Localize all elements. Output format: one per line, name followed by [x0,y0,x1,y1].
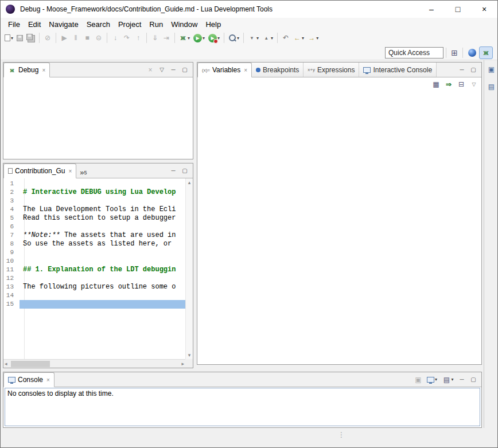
step-over-button[interactable]: ↷ [121,32,133,44]
terminate-button[interactable]: ■ [81,32,93,44]
disconnect-button[interactable]: ⊝ [93,32,104,44]
skip-breakpoints-button[interactable]: ⊘ [42,32,53,44]
show-logical-structures-icon[interactable]: ⇒ [445,80,453,89]
editor-line[interactable]: 3 [3,197,185,205]
close-icon[interactable]: × [244,67,247,73]
scroll-left-icon[interactable]: ◂ [3,360,9,368]
editor-line[interactable]: 9 [3,248,185,257]
debug-button[interactable]: ж ▾ [177,32,192,44]
editor-line[interactable]: 14 [3,291,185,300]
skip-breakpoints-icon: ⊘ [44,33,52,42]
scroll-up-icon[interactable]: ▴ [187,178,192,186]
layout-icon[interactable]: ▦ [432,80,440,89]
line-number: 15 [3,300,20,309]
editor-line[interactable]: 1 [3,180,185,188]
tab-breakpoints[interactable]: Breakpoints [252,63,304,77]
last-edit-location-button[interactable]: ↶ [280,32,291,44]
pin-console-button[interactable]: ▣ [413,374,424,385]
save-button[interactable] [15,32,25,44]
remove-terminated-button[interactable]: × [145,64,156,76]
run-glyph: ▶ [196,36,199,41]
chevron-down-icon: ▾ [451,377,453,382]
open-perspective-button[interactable]: ⊞ [449,46,460,59]
open-search-button[interactable]: ▾ [227,32,241,44]
editor-line[interactable]: 5Read this section to setup a debugger [3,214,185,223]
scroll-right-icon[interactable]: ▸ [180,360,185,368]
menu-help[interactable]: Help [201,19,225,30]
variables-minimize-button[interactable]: ─ [456,64,468,76]
menu-run[interactable]: Run [145,19,167,30]
editor-line[interactable]: 11## 1. Explanation of the LDT debuggin [3,266,185,274]
suspend-button[interactable]: ‖ [70,32,81,44]
external-tools-button[interactable]: ▶ ▾ [207,32,221,44]
menu-project[interactable]: Project [114,19,145,30]
debug-perspective-button[interactable]: ж [479,46,493,59]
console-maximize-button[interactable]: ▢ [468,374,479,385]
run-button[interactable]: ▶ ▾ [192,32,207,44]
window-minimize-button[interactable]: – [418,1,445,18]
close-icon[interactable]: × [42,67,45,73]
debug-minimize-button[interactable]: ─ [168,64,179,76]
save-all-button[interactable] [25,32,37,44]
tab-debug[interactable]: ж Debug × [3,63,50,77]
step-filters-button[interactable]: ⇥ [161,32,172,44]
forward-button[interactable]: → ▾ [306,32,320,44]
collapse-all-icon[interactable]: ⊟ [457,80,465,89]
window-maximize-button[interactable]: □ [445,1,471,18]
menu-file[interactable]: File [4,19,24,30]
editor-line[interactable]: 2# Interactive DEBUG using Lua Develop [3,188,185,197]
menu-edit[interactable]: Edit [24,19,45,30]
editor-line[interactable]: 12 [3,274,185,283]
variables-view-menu-icon[interactable]: ▽ [470,80,478,89]
expressions-icon: x+y [308,67,315,72]
debug-view-menu-button[interactable]: ▽ [156,64,168,76]
line-number: 12 [3,274,20,283]
editor-line[interactable]: 10 [3,257,185,266]
menu-navigate[interactable]: Navigate [45,19,82,30]
ldt-perspective-button[interactable] [465,47,479,59]
tab-console[interactable]: Console × [3,372,55,387]
tab-expressions[interactable]: x+y Expressions [304,63,359,77]
editor-tab-overflow-button[interactable]: » 5 [76,170,90,178]
resume-button[interactable]: ▶ [59,32,70,44]
line-text [20,197,185,205]
window-close-button[interactable]: × [471,1,497,18]
step-into-button[interactable]: ↓ [110,32,121,44]
tab-contribution-guide[interactable]: Contribution_Gu × [3,163,76,178]
back-button[interactable]: ← ▾ [291,32,306,44]
drop-to-frame-button[interactable]: ⇓ [149,32,161,44]
scroll-down-icon[interactable]: ▾ [187,351,192,359]
editor-line[interactable]: 13The following pictures outline some o [3,283,185,291]
editor-minimize-button[interactable]: ─ [168,165,179,177]
close-icon[interactable]: × [46,377,50,383]
restore-view-button-2[interactable]: ▤ [486,81,497,92]
previous-annotation-button[interactable]: ▲ ▾ [260,32,275,44]
toolbar-separator [243,33,244,43]
tab-variables[interactable]: (x)= Variables × [197,63,252,77]
next-annotation-button[interactable]: ▼ ▾ [246,32,260,44]
horizontal-scroll-thumb[interactable] [11,361,50,367]
new-wizard-button[interactable]: ▾ [3,32,15,44]
display-console-button[interactable]: ▾ [424,374,440,385]
close-icon[interactable]: × [68,168,72,174]
step-return-button[interactable]: ↑ [133,32,144,44]
menu-search[interactable]: Search [83,19,114,30]
editor-maximize-button[interactable]: ▢ [179,165,190,177]
editor-line[interactable]: 8So use the assets as listed here, or [3,240,185,248]
variables-maximize-button[interactable]: ▢ [468,64,479,76]
quick-access-button[interactable]: Quick Access [385,47,443,59]
console-minimize-button[interactable]: ─ [456,374,468,385]
sash-handle-icon[interactable]: ⋮ [338,431,345,439]
menu-window[interactable]: Window [167,19,201,30]
debug-maximize-button[interactable]: ▢ [179,64,190,76]
tab-interactive-console[interactable]: Interactive Console [359,63,437,77]
editor-line[interactable]: 15 [3,300,185,309]
open-console-button[interactable]: ▤▾ [440,374,456,385]
editor-line[interactable]: 4The Lua Development Tools in the Ecli [3,205,185,214]
editor-vertical-scrollbar[interactable]: ▴ ▾ [185,178,193,359]
restore-view-button-1[interactable]: ▣ [486,64,497,75]
editor-horizontal-scrollbar[interactable]: ◂ ▸ [3,359,185,368]
editor-line[interactable]: 7**Note:** The assets that are used in [3,231,185,240]
editor-lines[interactable]: 12# Interactive DEBUG using Lua Develop3… [3,180,185,359]
editor-line[interactable]: 6 [3,223,185,231]
